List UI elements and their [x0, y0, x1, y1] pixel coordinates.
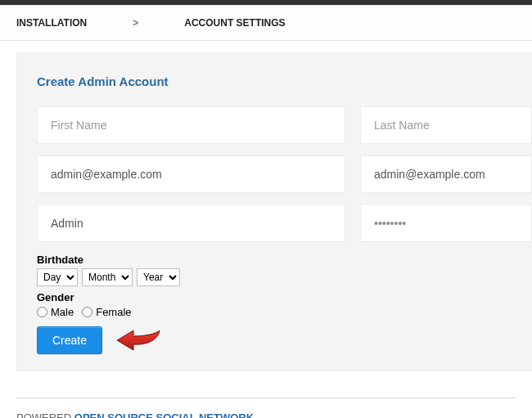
- arrow-left-icon: [115, 327, 161, 353]
- gender-male-radio[interactable]: [37, 307, 47, 317]
- password-input[interactable]: [360, 205, 532, 242]
- email-confirm-input[interactable]: [360, 155, 532, 193]
- gender-male-text: Male: [51, 306, 74, 318]
- gender-female-option: Female: [82, 306, 131, 318]
- last-name-input[interactable]: [360, 106, 532, 144]
- gender-male-option: Male: [37, 306, 74, 318]
- breadcrumb-step-account-settings: ACCOUNT SETTINGS: [184, 17, 285, 29]
- footer-link[interactable]: OPEN SOURCE SOCIAL NETWORK: [74, 411, 254, 418]
- gender-female-text: Female: [96, 306, 131, 318]
- gender-female-radio[interactable]: [82, 307, 92, 317]
- username-input[interactable]: [37, 205, 345, 242]
- breadcrumb-separator: >: [133, 17, 138, 29]
- birthdate-day-select[interactable]: Day: [37, 268, 78, 286]
- page-title: Create Admin Account: [37, 74, 532, 88]
- gender-label: Gender: [37, 291, 532, 303]
- create-admin-panel: Create Admin Account Bir: [16, 52, 532, 371]
- first-name-input[interactable]: [37, 106, 345, 144]
- email-input[interactable]: [37, 155, 345, 193]
- footer: POWERED OPEN SOURCE SOCIAL NETWORK: [0, 398, 532, 418]
- create-button[interactable]: Create: [37, 326, 102, 354]
- footer-prefix: POWERED: [16, 411, 74, 418]
- birthdate-month-select[interactable]: Month: [82, 268, 133, 286]
- breadcrumb: INSTALLATION > ACCOUNT SETTINGS: [0, 5, 532, 41]
- birthdate-label: Birthdate: [37, 254, 532, 266]
- birthdate-year-select[interactable]: Year: [137, 268, 180, 286]
- breadcrumb-step-installation: INSTALLATION: [16, 17, 87, 29]
